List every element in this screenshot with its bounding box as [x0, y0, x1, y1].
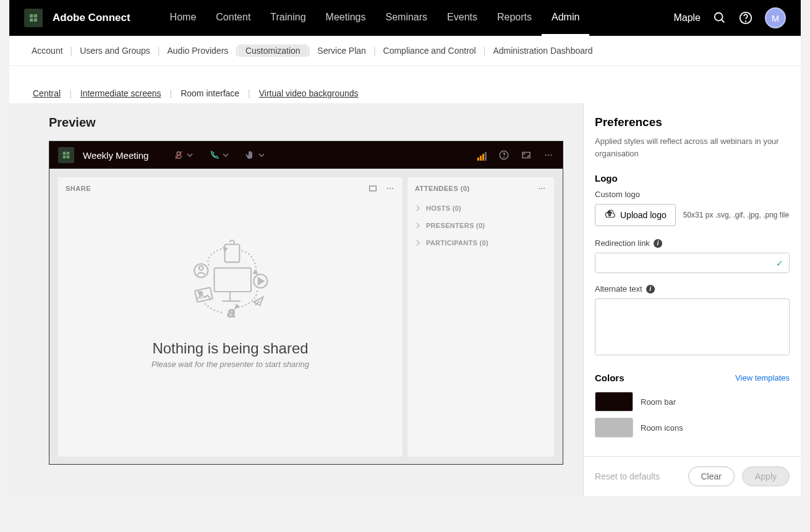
signal-icon[interactable] [477, 150, 487, 161]
more-icon[interactable] [537, 184, 547, 193]
clear-button[interactable]: Clear [688, 467, 735, 486]
svg-marker-31 [258, 277, 264, 284]
tab-item[interactable]: Intermediate screens [72, 88, 170, 98]
info-icon[interactable]: i [646, 285, 655, 293]
alternate-text-input[interactable] [595, 298, 790, 355]
nav-admin[interactable]: Admin [542, 0, 589, 36]
svg-point-28 [199, 266, 203, 270]
avatar[interactable]: M [765, 7, 786, 28]
nav-training[interactable]: Training [260, 0, 315, 36]
view-templates-link[interactable]: View templates [735, 373, 790, 382]
svg-rect-2 [30, 19, 33, 22]
preview-box: Weekly Meeting [49, 141, 563, 465]
logo-section-label: Logo [595, 173, 790, 184]
room-bar: Weekly Meeting [49, 141, 563, 169]
customization-tabs: Central|Intermediate screens|Room interf… [24, 88, 786, 98]
svg-rect-8 [63, 152, 66, 155]
svg-point-4 [715, 13, 723, 21]
fullscreen-icon[interactable] [521, 150, 532, 161]
share-illustration: a [177, 229, 283, 334]
nav-seminars[interactable]: Seminars [375, 0, 437, 36]
svg-point-19 [550, 154, 552, 156]
subnav-item[interactable]: Administration Dashboard [485, 44, 600, 57]
subnav-item[interactable]: Service Plan [310, 44, 373, 57]
upload-hint: 50x31 px .svg, .gif, .jpg, .png file [683, 211, 789, 219]
nav-reports[interactable]: Reports [487, 0, 542, 36]
attendee-group[interactable]: HOSTS (0) [407, 200, 554, 217]
attendee-group[interactable]: PRESENTERS (0) [407, 217, 554, 234]
svg-rect-9 [67, 152, 70, 155]
prefs-desc: Applied styles will reflect across all w… [595, 135, 790, 159]
svg-rect-1 [34, 14, 37, 17]
nav-events[interactable]: Events [437, 0, 487, 36]
chevron-down-icon [187, 152, 193, 158]
subnav-item[interactable]: Compliance and Control [376, 44, 484, 57]
colors-label: Colors [595, 373, 625, 383]
attendee-group[interactable]: PARTICIPANTS (0) [407, 234, 554, 251]
info-icon[interactable]: i [654, 239, 662, 248]
reset-defaults-button[interactable]: Reset to defaults [595, 471, 660, 481]
more-icon[interactable] [543, 150, 554, 161]
svg-marker-38 [236, 305, 239, 308]
user-name: Maple [673, 12, 701, 23]
main-nav: HomeContentTrainingMeetingsSeminarsEvent… [160, 0, 590, 36]
chevron-right-icon [415, 205, 421, 211]
topbar: Adobe Connect HomeContentTrainingMeeting… [9, 0, 801, 36]
mic-icon[interactable] [169, 147, 197, 163]
hand-icon[interactable] [241, 147, 268, 163]
svg-rect-20 [370, 186, 377, 191]
chevron-right-icon [415, 222, 421, 229]
help-icon[interactable] [498, 150, 509, 161]
tab-item[interactable]: Central [24, 88, 69, 98]
svg-rect-29 [225, 244, 240, 262]
help-icon[interactable] [739, 11, 752, 25]
nav-content[interactable]: Content [206, 0, 260, 36]
svg-rect-32 [195, 287, 213, 302]
subnav-item[interactable]: Account [24, 44, 70, 57]
prefs-title: Preferences [595, 116, 790, 129]
svg-point-18 [548, 154, 549, 156]
preferences-panel: Preferences Applied styles will reflect … [583, 103, 801, 496]
svg-point-22 [390, 188, 391, 189]
upload-icon [604, 209, 615, 221]
nav-home[interactable]: Home [160, 0, 207, 36]
svg-point-17 [545, 154, 546, 156]
svg-rect-11 [67, 156, 70, 159]
color-label: Room icons [641, 423, 683, 433]
subnav-item[interactable]: Users and Groups [72, 44, 158, 57]
custom-logo-label: Custom logo [595, 190, 790, 199]
chevron-down-icon [223, 152, 229, 158]
share-pane: SHARE [58, 177, 403, 457]
redirect-label: Redirection link [595, 239, 650, 248]
search-icon[interactable] [713, 11, 727, 25]
check-icon: ✓ [776, 258, 783, 268]
svg-marker-36 [224, 247, 227, 251]
nav-meetings[interactable]: Meetings [316, 0, 376, 36]
svg-rect-0 [30, 14, 33, 17]
color-swatch[interactable] [595, 392, 633, 412]
svg-point-42 [544, 188, 545, 189]
phone-icon[interactable] [205, 147, 232, 163]
redirection-link-input[interactable] [595, 253, 790, 273]
subnav-item[interactable]: Customization [238, 44, 308, 57]
admin-subnav: Account|Users and Groups|Audio Providers… [24, 44, 786, 57]
room-logo-icon [58, 147, 74, 163]
upload-logo-button[interactable]: Upload logo [595, 204, 676, 226]
share-label: SHARE [66, 185, 91, 192]
fullscreen-icon[interactable] [368, 184, 378, 193]
color-swatch[interactable] [595, 418, 633, 437]
subnav-item[interactable]: Audio Providers [160, 44, 236, 57]
apply-button[interactable]: Apply [742, 467, 790, 486]
app-title: Adobe Connect [53, 12, 130, 24]
app-logo [24, 9, 43, 27]
tab-item[interactable]: Virtual video backgrounds [250, 88, 367, 98]
color-label: Room bar [641, 397, 676, 407]
more-icon[interactable] [385, 184, 395, 193]
svg-rect-10 [63, 156, 66, 159]
chevron-right-icon [415, 240, 421, 246]
alt-text-label: Alternate text [595, 284, 642, 293]
svg-point-23 [392, 188, 393, 189]
svg-point-40 [539, 188, 540, 189]
attendees-label: ATTENDEES (0) [415, 185, 470, 192]
tab-item[interactable]: Room interface [172, 88, 248, 98]
